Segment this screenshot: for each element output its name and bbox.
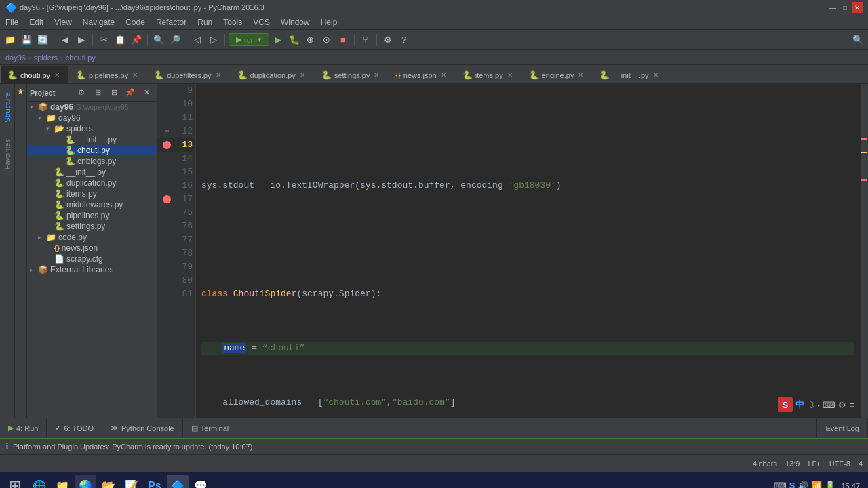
menu-file[interactable]: File [0, 16, 24, 28]
vcs-button[interactable]: ⑂ [358, 33, 373, 47]
maximize-button[interactable]: □ [840, 2, 850, 13]
tab-close-dupefilters[interactable]: ✕ [214, 70, 222, 79]
taskbar-ie[interactable]: 🌐 [28, 475, 50, 489]
taskbar-time[interactable]: 15:47 [838, 482, 863, 489]
help-button[interactable]: ? [397, 33, 412, 47]
tree-item-cnblogs[interactable]: ▸ 🐍 cnblogs.py [27, 156, 157, 167]
bottom-tab-terminal[interactable]: ▤ Terminal [183, 418, 238, 438]
tab-close-chouti[interactable]: ✕ [53, 70, 61, 79]
tree-item-external-libs[interactable]: ▸ 📦 External Libraries [27, 264, 157, 275]
tab-dupefilters-py[interactable]: 🐍 dupefilters.py ✕ [146, 66, 229, 83]
tree-item-root-day96[interactable]: ▾ 📦 day96 G:\wupeiqi\day96 [27, 102, 157, 113]
tab-items-py[interactable]: 🐍 items.py ✕ [455, 66, 521, 83]
tab-chouti-py[interactable]: 🐍 chouti.py ✕ [0, 66, 68, 83]
menu-refactor[interactable]: Refactor [151, 16, 192, 28]
favorites-star[interactable]: ★ [17, 87, 24, 96]
toolbar-paste-button[interactable]: 📌 [129, 33, 144, 47]
toolbar-nav-back-button[interactable]: ◁ [190, 33, 205, 47]
bottom-tab-todo[interactable]: ✓ 6: TODO [47, 418, 102, 438]
tray-icon-5[interactable]: 🔋 [825, 481, 835, 488]
bottom-tab-event-log[interactable]: Event Log [816, 418, 868, 438]
tree-item-init-day96[interactable]: ▸ 🐍 __init__.py [27, 167, 157, 178]
run-stop-button[interactable]: ■ [336, 33, 351, 47]
vert-tab-structure[interactable]: Structure [1, 87, 14, 128]
toolbar-find-button[interactable]: 🔍 [151, 33, 166, 47]
tree-item-items[interactable]: ▸ 🐍 items.py [27, 188, 157, 199]
tab-close-settings[interactable]: ✕ [372, 70, 380, 79]
ime-icon-s[interactable]: S [778, 397, 793, 412]
menu-view[interactable]: View [49, 16, 77, 28]
toolbar-forward-button[interactable]: ▶ [74, 33, 89, 47]
taskbar-photoshop[interactable]: Ps [144, 475, 165, 489]
tab-close-news[interactable]: ✕ [439, 70, 448, 79]
toolbar-sync-button[interactable]: 🔄 [35, 33, 50, 47]
sidebar-expand-button[interactable]: ⊞ [90, 85, 105, 100]
tab-close-pipelines[interactable]: ✕ [131, 70, 139, 79]
menu-vcs[interactable]: VCS [248, 16, 275, 28]
taskbar-file[interactable]: 📂 [98, 475, 119, 489]
ime-icon-menu[interactable]: ≡ [849, 400, 854, 410]
run-coverage-button[interactable]: ⊕ [303, 33, 318, 47]
position-status[interactable]: 13:9 [785, 460, 800, 468]
tree-item-code[interactable]: ▸ 📁 code.py [27, 232, 157, 243]
tray-icon-4[interactable]: 📶 [811, 481, 822, 488]
sidebar-settings-button[interactable]: ⚙ [74, 85, 89, 100]
ime-icon-tools[interactable]: ⚙ [838, 400, 846, 410]
encoding-status[interactable]: UTF-8 [829, 460, 850, 468]
taskbar-chrome[interactable]: 🌏 [75, 475, 96, 489]
tab-close-init[interactable]: ✕ [652, 70, 660, 79]
vert-tab-favorites[interactable]: Favorites [1, 134, 14, 175]
tree-item-scrapy-cfg[interactable]: ▸ 📄 scrapy.cfg [27, 253, 157, 264]
tab-init-py[interactable]: 🐍 __init__.py ✕ [592, 66, 667, 83]
taskbar-word[interactable]: 📝 [121, 475, 142, 489]
toolbar-back-button[interactable]: ◀ [58, 33, 73, 47]
toolbar-replace-button[interactable]: 🔎 [167, 33, 182, 47]
breadcrumb-chouti[interactable]: chouti.py [66, 54, 96, 62]
fold-icon-12[interactable]: ▭ [160, 125, 174, 138]
tray-icon-1[interactable]: ⌨ [774, 481, 787, 488]
menu-window[interactable]: Window [275, 16, 315, 28]
taskbar-pycharm[interactable]: 🔷 [167, 475, 189, 489]
tree-item-spiders[interactable]: ▾ 📂 spiders [27, 123, 157, 134]
tab-engine-py[interactable]: 🐍 engine.py ✕ [521, 66, 593, 83]
search-everywhere-button[interactable]: 🔍 [850, 33, 865, 47]
toolbar-copy-button[interactable]: 📋 [113, 33, 127, 47]
tray-icon-3[interactable]: 🔊 [797, 481, 808, 488]
toolbar-nav-forward-button[interactable]: ▷ [206, 33, 221, 47]
taskbar-wechat[interactable]: 💬 [190, 475, 212, 489]
code-area[interactable]: 9 10 11 ▭ 12 [157, 84, 868, 418]
taskbar-start-button[interactable]: ⊞ [3, 474, 27, 489]
lf-status[interactable]: LF+ [808, 460, 821, 468]
tree-item-news-json[interactable]: ▸ {} news.json [27, 243, 157, 253]
bottom-tab-python-console[interactable]: ≫ Python Console [102, 418, 183, 438]
menu-navigate[interactable]: Navigate [77, 16, 120, 28]
menu-code[interactable]: Code [120, 16, 151, 28]
tab-close-duplication[interactable]: ✕ [298, 70, 307, 79]
tree-item-day96-folder[interactable]: ▾ 📁 day96 [27, 113, 157, 123]
sidebar-close-button[interactable]: ✕ [139, 85, 154, 100]
ime-icon-dot[interactable]: · [818, 400, 821, 410]
breadcrumb-day96[interactable]: day96 [5, 54, 26, 62]
minimize-button[interactable]: — [827, 2, 838, 13]
bottom-tab-run[interactable]: ▶ 4: Run [0, 418, 47, 438]
tree-item-init-spiders[interactable]: ▸ 🐍 __init__.py [27, 134, 157, 145]
code-editor[interactable]: sys.stdout = io.TextIOWrapper(sys.stdout… [196, 84, 860, 418]
toolbar-cut-button[interactable]: ✂ [96, 33, 111, 47]
tree-item-duplication[interactable]: ▸ 🐍 duplication.py [27, 178, 157, 188]
toolbar-project-button[interactable]: 📁 [3, 33, 18, 47]
menu-run[interactable]: Run [192, 16, 218, 28]
tab-settings-py[interactable]: 🐍 settings.py ✕ [314, 66, 389, 83]
menu-edit[interactable]: Edit [24, 16, 49, 28]
indent-status[interactable]: 4 [859, 460, 863, 468]
sidebar-pin-button[interactable]: 📌 [123, 85, 138, 100]
tree-item-pipelines[interactable]: ▸ 🐍 pipelines.py [27, 210, 157, 221]
menu-help[interactable]: Help [315, 16, 343, 28]
tree-item-chouti[interactable]: ▸ 🐍 chouti.py [27, 145, 157, 156]
breadcrumb-spiders[interactable]: spiders [34, 54, 58, 62]
ime-icon-zh[interactable]: 中 [795, 399, 804, 411]
debug-button[interactable]: 🐛 [287, 33, 302, 47]
tab-news-json[interactable]: {} news.json ✕ [388, 66, 454, 83]
tab-pipelines-py[interactable]: 🐍 pipelines.py ✕ [68, 66, 146, 83]
tab-close-engine[interactable]: ✕ [576, 70, 585, 79]
toolbar-save-button[interactable]: 💾 [19, 33, 34, 47]
